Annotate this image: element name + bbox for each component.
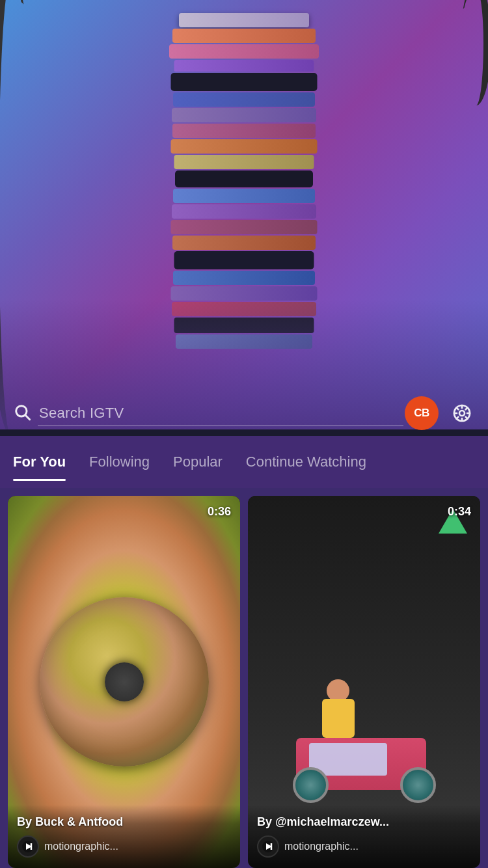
card-title-1: By Buck & Antfood — [17, 815, 231, 829]
channel-logo-icon-1 — [21, 840, 34, 853]
channel-icon-1 — [17, 835, 39, 858]
search-wrapper[interactable]: Search IGTV — [13, 403, 394, 424]
tab-continue-watching[interactable]: Continue Watching — [246, 443, 366, 481]
tab-following[interactable]: Following — [89, 443, 150, 481]
toy-wheel-left — [293, 767, 329, 803]
settings-button[interactable] — [449, 400, 475, 426]
nav-tabs: For You Following Popular Continue Watch… — [0, 436, 488, 488]
content-section: 0:36 By Buck & Antfood motiongraphic... — [0, 488, 488, 868]
svg-line-1 — [25, 415, 29, 419]
search-underline — [38, 426, 403, 426]
card-channel-1: motiongraphic... — [17, 835, 231, 858]
search-placeholder-text: Search IGTV — [39, 405, 124, 422]
avatar-initials: CB — [414, 407, 429, 420]
toy-scene — [283, 686, 446, 790]
svg-line-8 — [456, 407, 458, 409]
card-title-2: By @michaelmarczew... — [257, 815, 471, 829]
tab-for-you[interactable]: For You — [13, 443, 66, 481]
video-card-1[interactable]: 0:36 By Buck & Antfood motiongraphic... — [8, 496, 240, 868]
channel-name-2: motiongraphic... — [284, 841, 359, 852]
tab-popular[interactable]: Popular — [173, 443, 223, 481]
toy-wheel-right — [400, 767, 436, 803]
channel-logo-icon-2 — [262, 840, 275, 853]
svg-line-9 — [466, 417, 468, 419]
duration-badge-2: 0:34 — [448, 505, 471, 519]
card-info-1: By Buck & Antfood motiongraphic... — [8, 805, 240, 868]
video-grid: 0:36 By Buck & Antfood motiongraphic... — [8, 496, 480, 868]
donut-ring — [40, 597, 209, 766]
figure-body — [322, 699, 355, 738]
duration-badge-1: 0:36 — [208, 505, 231, 519]
card-info-2: By @michaelmarczew... motiongraphic... — [248, 805, 480, 868]
user-avatar[interactable]: CB — [405, 396, 439, 430]
channel-name-1: motiongraphic... — [44, 841, 118, 852]
hero-section — [0, 0, 488, 429]
cable-decoration-right — [468, 0, 488, 111]
search-icon — [13, 403, 31, 424]
card-channel-2: motiongraphic... — [257, 835, 471, 858]
video-card-2[interactable]: 0:34 By @michaelmarczew... motiongraphic… — [248, 496, 480, 868]
donut-hole — [105, 662, 144, 701]
svg-point-3 — [459, 411, 465, 416]
svg-line-10 — [466, 407, 468, 409]
search-bar: Search IGTV CB — [0, 390, 488, 436]
svg-line-11 — [456, 417, 458, 419]
channel-icon-2 — [257, 835, 279, 858]
